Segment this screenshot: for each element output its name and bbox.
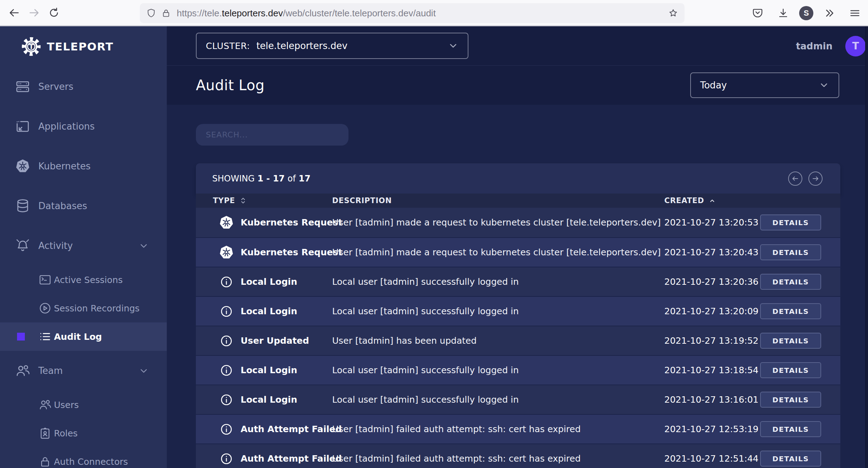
sidebar-item-session-recordings[interactable]: Session Recordings (0, 294, 167, 322)
search-input[interactable] (196, 124, 348, 146)
forward-icon[interactable] (24, 3, 44, 23)
column-type[interactable]: TYPE (213, 196, 332, 205)
url-text: https://tele.teleporters.dev/web/cluster… (177, 8, 668, 19)
details-button[interactable]: DETAILS (760, 214, 821, 230)
event-type: Kubernetes Request (241, 217, 342, 228)
info-icon (219, 304, 234, 319)
date-range-select[interactable]: Today (690, 72, 839, 98)
event-created: 2021-10-27 13:18:54 (664, 365, 760, 375)
chevron-down-icon (819, 80, 829, 91)
kubernetes-icon (15, 158, 31, 174)
pagination (788, 172, 823, 186)
sidebar-item-kubernetes[interactable]: Kubernetes (0, 146, 167, 186)
column-created[interactable]: CREATED (664, 196, 760, 205)
event-type: Local Login (241, 365, 297, 375)
sidebar-item-activity[interactable]: Activity (0, 226, 167, 266)
list-icon (38, 330, 52, 343)
shield-icon[interactable] (146, 8, 156, 18)
star-icon[interactable] (668, 8, 678, 18)
table-row: Local Login Local user [tadmin] successf… (196, 267, 840, 296)
sidebar-item-auth-connectors[interactable]: Auth Connectors (0, 447, 167, 468)
details-button[interactable]: DETAILS (760, 244, 821, 260)
type-cell: Local Login (213, 392, 332, 408)
sidebar-item-active-sessions[interactable]: Active Sessions (0, 266, 167, 294)
sidebar-item-roles[interactable]: Roles (0, 419, 167, 447)
next-page-button[interactable] (808, 172, 823, 186)
roles-icon (38, 426, 52, 440)
cluster-select[interactable]: CLUSTER: tele.teleporters.dev (196, 33, 468, 59)
pocket-icon[interactable] (748, 3, 767, 23)
event-description: User [tadmin] made a request to kubernet… (332, 247, 664, 257)
download-icon[interactable] (774, 3, 793, 23)
type-cell: Auth Attempt Failed (213, 421, 332, 437)
user-area: tadmin T (796, 26, 866, 66)
table-row: Local Login Local user [tadmin] successf… (196, 355, 840, 385)
info-icon (219, 333, 234, 349)
event-type: Local Login (241, 306, 297, 316)
column-description[interactable]: DESCRIPTION (332, 196, 664, 205)
event-type: Auth Attempt Failed (241, 453, 342, 464)
account-initial: S (804, 9, 809, 18)
cluster-label: CLUSTER: (206, 41, 250, 51)
panel-header: SHOWING1 - 17of17 (196, 163, 840, 194)
sidebar: T TELEPORT ServersApplicationsKubernetes… (0, 26, 167, 468)
details-button[interactable]: DETAILS (760, 362, 821, 378)
info-icon (219, 421, 234, 437)
details-button[interactable]: DETAILS (760, 392, 821, 408)
sidebar-item-label: Databases (38, 201, 87, 211)
lock-icon (161, 8, 171, 18)
sidebar-item-label: Active Sessions (54, 275, 123, 285)
sidebar-item-databases[interactable]: Databases (0, 186, 167, 226)
overflow-chevrons-icon[interactable] (820, 3, 839, 23)
sidebar-item-label: Activity (38, 240, 73, 251)
sidebar-item-servers[interactable]: Servers (0, 67, 167, 107)
prev-page-button[interactable] (788, 172, 802, 186)
event-description: Local user [tadmin] successfully logged … (332, 365, 664, 375)
event-created: 2021-10-27 13:20:53 (664, 217, 760, 228)
type-cell: Kubernetes Request (213, 245, 332, 260)
details-button[interactable]: DETAILS (760, 303, 821, 319)
team-icon (15, 363, 31, 379)
menu-icon[interactable] (845, 3, 864, 23)
bell-icon (15, 238, 31, 254)
sidebar-item-audit-log[interactable]: Audit Log (0, 322, 167, 351)
databases-icon (15, 198, 31, 214)
details-button[interactable]: DETAILS (760, 451, 821, 467)
sidebar-item-label: Team (38, 365, 63, 376)
details-button[interactable]: DETAILS (760, 421, 821, 437)
sidebar-item-label: Session Recordings (54, 303, 139, 314)
sidebar-item-label: Users (54, 400, 79, 410)
chevron-down-icon (138, 365, 149, 376)
event-type: Auth Attempt Failed (241, 424, 342, 434)
details-button[interactable]: DETAILS (760, 274, 821, 290)
cluster-value: tele.teleporters.dev (256, 40, 347, 51)
page-scrollbar[interactable] (865, 26, 868, 468)
table-row: Local Login Local user [tadmin] successf… (196, 385, 840, 414)
event-description: Local user [tadmin] successfully logged … (332, 277, 664, 287)
type-cell: User Updated (213, 333, 332, 349)
back-icon[interactable] (4, 3, 24, 23)
sidebar-item-label: Servers (38, 81, 73, 92)
applications-icon (15, 119, 31, 134)
kubernetes-icon (219, 215, 234, 230)
sidebar-item-users[interactable]: Users (0, 391, 167, 419)
info-icon (219, 392, 234, 408)
event-description: User [tadmin] has been updated (332, 336, 664, 346)
refresh-icon[interactable] (44, 3, 64, 23)
event-description: User [tadmin] failed auth attempt: ssh: … (332, 453, 664, 464)
arrow-right-icon (811, 174, 820, 183)
teleport-logo[interactable]: T TELEPORT (0, 26, 167, 67)
details-button[interactable]: DETAILS (760, 333, 821, 349)
sort-both-icon[interactable] (239, 197, 247, 205)
sidebar-item-team[interactable]: Team (0, 351, 167, 391)
user-avatar[interactable]: T (845, 36, 866, 56)
sidebar-item-label: Roles (54, 428, 78, 439)
url-bar[interactable]: https://tele.teleporters.dev/web/cluster… (140, 3, 685, 23)
sidebar-item-applications[interactable]: Applications (0, 107, 167, 146)
type-cell: Local Login (213, 274, 332, 290)
showing-count: SHOWING1 - 17of17 (212, 174, 311, 184)
cluster-header-band: CLUSTER: tele.teleporters.dev tadmin T (167, 26, 868, 66)
account-badge[interactable]: S (799, 6, 813, 20)
page-title: Audit Log (196, 77, 265, 93)
event-created: 2021-10-27 13:20:36 (664, 277, 760, 287)
